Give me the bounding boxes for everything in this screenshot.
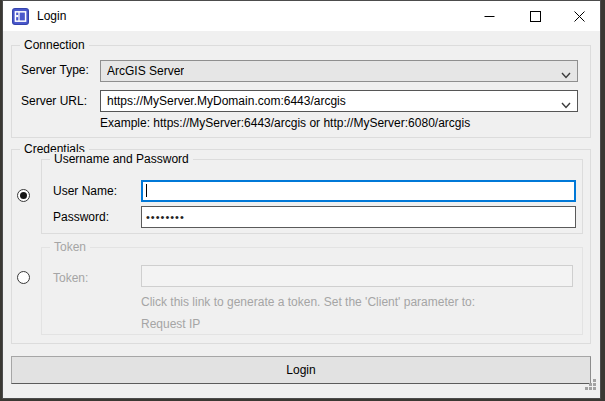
resize-grip-icon bbox=[584, 378, 597, 391]
server-type-dropdown[interactable]: ArcGIS Server bbox=[100, 60, 578, 82]
server-url-value: https://MyServer.MyDomain.com:6443/arcgi… bbox=[107, 94, 346, 108]
server-type-label: Server Type: bbox=[21, 63, 89, 77]
close-button[interactable] bbox=[558, 1, 600, 31]
close-icon bbox=[574, 11, 585, 22]
maximize-button[interactable] bbox=[512, 1, 558, 31]
user-name-input[interactable] bbox=[141, 180, 576, 202]
server-url-example-text: Example: https://MyServer:6443/arcgis or… bbox=[100, 116, 470, 130]
title-bar[interactable]: Login bbox=[3, 1, 600, 31]
token-label: Token: bbox=[53, 271, 88, 285]
token-groupbox: Token bbox=[41, 247, 583, 335]
login-dialog: Login Connection Server Type: bbox=[2, 0, 601, 399]
minimize-icon bbox=[484, 11, 495, 22]
caption-buttons bbox=[466, 1, 600, 31]
server-url-label: Server URL: bbox=[21, 94, 87, 108]
token-input bbox=[141, 265, 573, 287]
text-caret bbox=[146, 184, 147, 197]
token-radio[interactable] bbox=[17, 271, 30, 284]
username-password-group-label: Username and Password bbox=[50, 152, 193, 166]
resize-grip[interactable] bbox=[584, 377, 597, 395]
login-button-label: Login bbox=[286, 363, 315, 377]
chevron-down-icon bbox=[561, 98, 571, 112]
login-button[interactable]: Login bbox=[11, 356, 591, 384]
token-group-label: Token bbox=[50, 240, 90, 254]
token-client-value-text: Request IP bbox=[141, 317, 200, 331]
maximize-icon bbox=[530, 11, 541, 22]
connection-group-label: Connection bbox=[20, 38, 89, 52]
user-name-label: User Name: bbox=[53, 184, 117, 198]
password-label: Password: bbox=[53, 210, 109, 224]
server-url-combobox[interactable]: https://MyServer.MyDomain.com:6443/arcgi… bbox=[100, 90, 578, 112]
server-type-value: ArcGIS Server bbox=[107, 64, 184, 78]
password-input[interactable] bbox=[141, 206, 576, 228]
username-password-radio[interactable] bbox=[17, 189, 30, 202]
token-instruction-text: Click this link to generate a token. Set… bbox=[141, 295, 475, 309]
app-form-icon bbox=[12, 8, 29, 25]
minimize-button[interactable] bbox=[466, 1, 512, 31]
chevron-down-icon bbox=[561, 68, 571, 82]
window-title: Login bbox=[37, 9, 66, 23]
